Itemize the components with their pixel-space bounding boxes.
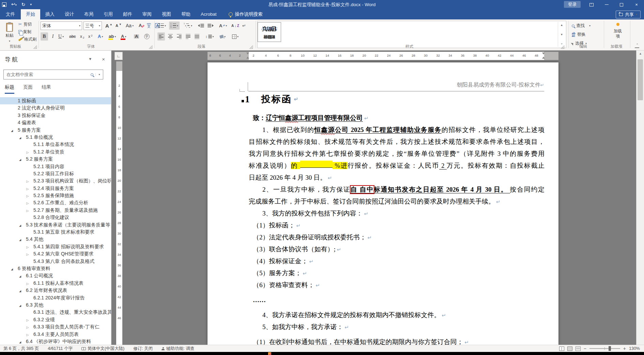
doc-line[interactable]: 4、我方承诺在招标文件规定的投标有效期内不撤销投标文件。 ↵ [249,309,545,321]
styles-gallery-scroll[interactable]: ▲▼▿ [558,22,565,47]
nav-heading-item[interactable]: 6.4 《初步评审》中响应的资料 [0,338,111,345]
doc-line[interactable]: （6）资格审查资料； ↵ [249,279,545,291]
zoom-level[interactable]: 130% [629,346,640,351]
doc-line[interactable]: （1）投标函； ↵ [249,219,545,231]
expand-collapse-icon[interactable] [9,265,15,272]
expand-collapse-icon[interactable] [25,177,31,184]
shading-button[interactable]: ▾ [219,32,227,41]
nav-heading-item[interactable]: 5.2 服务方案 [0,156,111,163]
nav-heading-item[interactable]: 5.4.2 第六章 QHSE管理要求 [0,250,111,257]
doc-line[interactable]: 1、根据已收到的恒鑫源公司 2025 年工程监理辅助业务服务的招标文件，我单位经… [249,124,545,136]
font-dialog-launcher[interactable] [149,45,152,49]
doc-line[interactable]: （1）在收到中标通知书后，在中标通知书规定的期限内与你方签订合同； ↵ [249,336,545,345]
sort-button[interactable]: A↓Z [230,21,240,30]
align-right-button[interactable] [176,32,183,41]
subscript-button[interactable]: x2 [79,32,85,41]
increase-indent-button[interactable] [206,21,215,30]
show-hide-marks-button[interactable]: ↵ [241,21,247,30]
nav-heading-item[interactable]: 5.2.1 项目内容 [0,163,111,170]
ribbon-tab[interactable]: 设计 [60,9,79,19]
clear-formatting-button[interactable]: A [138,21,143,30]
doc-line[interactable]: 3、我方的投标文件包括下列内容： ↵ [249,207,545,219]
change-case-button[interactable]: Aa▾ [125,21,135,30]
doc-line[interactable]: （5）服务方案； ↵ [249,267,545,279]
web-layout-button[interactable] [576,346,581,351]
nav-heading-item[interactable]: 6.3 其他 [0,301,111,309]
expand-collapse-icon[interactable] [25,192,31,199]
tab-selector-box[interactable]: ∟ [114,52,123,60]
font-color-button[interactable]: A▾ [120,32,127,41]
styles-dialog-launcher[interactable] [561,45,564,49]
signin-button[interactable]: 登录 [564,1,581,8]
nav-heading-item[interactable]: 5.2.8 合理化建议 [0,214,111,221]
minimize-button[interactable] [599,0,614,9]
search-dropdown-icon[interactable]: ▾ [95,73,103,76]
expand-collapse-icon[interactable] [25,185,31,192]
multilevel-list-button[interactable]: 1ai▾ [183,21,193,30]
italic-button[interactable]: I [49,32,56,41]
replace-button[interactable]: abac替换 [572,32,586,38]
ribbon-tab[interactable]: 布局 [79,9,98,19]
nav-heading-item[interactable]: 6.2 近年财务状况表 [0,287,111,294]
borders-button[interactable]: ▾ [231,32,240,41]
superscript-button[interactable]: x2 [87,32,93,41]
nav-heading-item[interactable]: 5.4.1 第四章 招标说明及资料要求 [0,243,111,250]
nav-tab[interactable]: 结果 [42,84,51,94]
left-indent-marker[interactable] [246,53,249,59]
ribbon-tab[interactable]: Acrobat [196,9,222,19]
doc-line[interactable]: 日起至 2026 年 4 月 30 日。 ↵ [249,172,545,183]
search-icon[interactable] [89,73,95,76]
vertical-scrollbar[interactable]: ▲ [636,50,644,345]
ribbon-tab[interactable]: 帮助 [176,9,196,19]
enclose-characters-button[interactable]: 字 [143,32,151,41]
zoom-slider-thumb[interactable] [609,346,611,351]
share-button[interactable]: 共享 ▾ [616,11,641,18]
bullets-button[interactable]: ▾ [157,21,167,30]
ribbon-tab[interactable]: 引用 [98,9,118,19]
horizontal-ruler[interactable]: 8642246810121416182022242628303234363840… [208,52,558,60]
nav-heading-item[interactable]: 5.3 技术服务承诺（主要说明服务质量等） [0,221,111,228]
grow-font-button[interactable]: A▲ [104,21,113,30]
text-effects-button[interactable]: A▾ [97,32,104,41]
expand-collapse-icon[interactable] [25,199,31,206]
nav-heading-item[interactable]: 5.3.1 第五章 技术标准和要求 [0,228,111,236]
ribbon-tab[interactable]: 插入 [40,9,60,19]
text-highlight-button[interactable]: ab▾ [108,32,117,41]
expand-collapse-icon[interactable] [25,243,31,250]
doc-line[interactable]: 标准及说明）的 %进行报价。投标保证金：人民币 2 万元。投标有效期：自投标截止 [249,160,545,172]
add-ins-button[interactable]: 加载项 [610,23,626,39]
justify-button[interactable] [185,32,191,41]
nav-heading-item[interactable]: 3 投标保证金 [0,112,111,119]
nav-heading-item[interactable]: 5.4 其他 [0,236,111,243]
track-changes-indicator[interactable]: 修订: 关闭 [133,346,153,352]
doc-line[interactable]: 2、一旦我方中标，我方保证自 自中标通知书发布之日起至 2026 年 4 月 3… [249,183,545,195]
nav-heading-item[interactable]: 6.2.1 2024年度审计报告 [0,294,111,301]
align-left-button[interactable] [157,32,165,41]
nav-tab[interactable]: 标题 [5,84,14,94]
vertical-ruler[interactable]: 2468101214161820222426283032343638404244… [116,61,122,345]
nav-close-icon[interactable]: × [102,56,105,62]
clipboard-dialog-launcher[interactable] [33,45,37,49]
right-indent-marker[interactable] [542,53,545,59]
expand-collapse-icon[interactable] [17,272,23,279]
underline-button[interactable]: U▾ [57,32,65,41]
zoom-in-button[interactable]: + [623,346,626,351]
distribute-button[interactable] [194,32,200,41]
page-indicator[interactable]: 第 6 页，共 385 页 [3,346,39,352]
nav-heading-item[interactable]: 2 法定代表人身份证明 [0,104,111,112]
expand-collapse-icon[interactable] [25,148,31,156]
document-body[interactable]: 致：辽宁恒鑫源工程项目管理有限公司 ↵1、根据已收到的恒鑫源公司 2025 年工… [249,112,545,345]
doc-line[interactable]: （2）法定代表身份证明或授权委托书； ↵ [249,231,545,243]
doc-line[interactable]: （3）联合体协议书（如有）; ↵ [249,243,545,255]
format-painter-button[interactable]: 格式刷 [18,36,36,42]
read-mode-button[interactable] [559,346,564,351]
expand-collapse-icon[interactable] [17,301,23,309]
ribbon-display-options-button[interactable] [584,0,599,9]
decrease-indent-button[interactable] [197,21,205,30]
doc-line[interactable]: 完成服务工作，并于中标后、签订合同前按照辽河油田公司的要求及时办理相关手续。 ↵ [249,195,545,207]
paragraph-dialog-launcher[interactable] [249,45,253,49]
nav-heading-item[interactable]: 5.1 单位概况 [0,134,111,141]
collapse-ribbon-button[interactable] [634,45,639,48]
paste-button[interactable]: 粘贴 ▾ [2,21,17,47]
ribbon-tab[interactable]: 视图 [157,9,176,19]
